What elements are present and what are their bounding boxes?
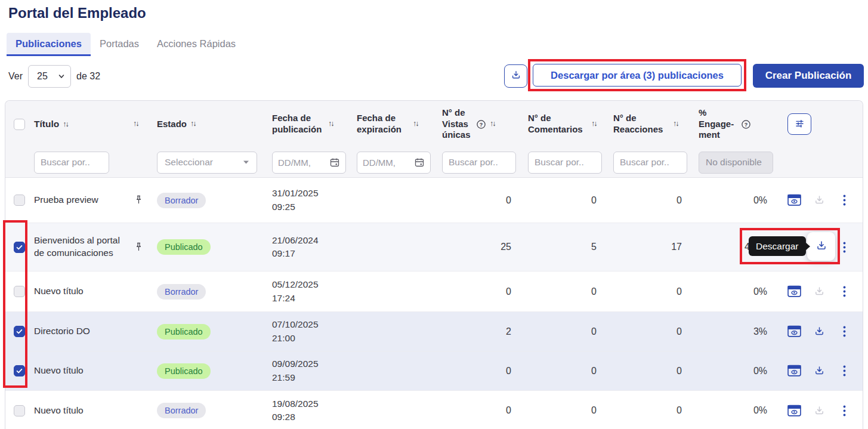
kebab-menu-icon[interactable] — [838, 240, 851, 254]
kebab-menu-icon[interactable] — [838, 193, 851, 207]
sort-comentarios-icon[interactable]: ↑↓ — [591, 119, 597, 129]
help-vistas-icon[interactable]: ? — [476, 119, 486, 129]
comments-value: 0 — [518, 195, 604, 206]
download-icon — [510, 69, 522, 83]
page-title: Portal del Empleado — [8, 5, 146, 21]
kebab-menu-icon[interactable] — [838, 364, 851, 378]
preview-icon[interactable] — [787, 404, 801, 418]
publish-date: 09/09/202521:59 — [263, 357, 348, 384]
row-checkbox[interactable] — [14, 242, 25, 253]
row-title: Bienvenidos al portal de comunicaciones — [29, 234, 131, 260]
row-checkbox[interactable] — [14, 365, 25, 376]
sort-titulo-icon[interactable]: ↑↓ — [63, 119, 68, 129]
page-size-select[interactable]: 25 — [28, 65, 71, 88]
column-settings-button[interactable] — [787, 113, 811, 135]
table-row: Bienvenidos al portal de comunicacionesP… — [5, 223, 863, 271]
date-placeholder: DD/MM, — [278, 158, 311, 168]
calendar-icon — [414, 157, 425, 168]
engagement-value: 0% — [689, 286, 774, 297]
preview-icon[interactable] — [787, 364, 801, 378]
publish-date: 31/01/202509:25 — [263, 187, 348, 214]
filter-estado-select[interactable]: Seleccionar — [157, 152, 257, 174]
table-body: Prueba previewBorrador31/01/202509:25000… — [5, 178, 863, 429]
portal-page: Portal del Empleado Publicaciones Portad… — [0, 0, 868, 429]
page-size-control: Ver 25 de 32 — [8, 64, 100, 88]
unique-views-value: 0 — [434, 405, 518, 416]
row-checkbox[interactable] — [14, 326, 25, 337]
row-title: Nuevo título — [29, 285, 131, 298]
status-badge: Borrador — [157, 193, 206, 208]
download-icon — [815, 239, 828, 254]
download-icon[interactable] — [813, 404, 826, 418]
col-comentarios-label: N° de Comentarios — [528, 113, 588, 135]
table-header: Título ↑↓ ↑↓ Estado ↑↓ Fecha de publicac… — [5, 101, 863, 178]
engagement-value: 3% — [689, 326, 774, 337]
calendar-icon — [329, 157, 340, 168]
comments-value: 0 — [518, 286, 604, 297]
filter-titulo-input[interactable] — [34, 152, 109, 174]
publish-date: 19/08/202509:28 — [263, 397, 348, 424]
tab-acciones-rapidas[interactable]: Acciones Rápidas — [148, 33, 245, 56]
table-row: Nuevo títuloBorrador19/08/202509:280000% — [5, 391, 863, 429]
preview-icon[interactable] — [787, 285, 801, 298]
download-tooltip-label: Descargar — [756, 241, 799, 252]
status-badge: Borrador — [157, 284, 206, 300]
kebab-menu-icon[interactable] — [838, 285, 851, 298]
filter-comentarios-input[interactable] — [528, 152, 602, 174]
row-checkbox[interactable] — [14, 286, 25, 297]
filter-fecha-publicacion-input[interactable]: DD/MM, — [272, 152, 346, 174]
publish-date: 05/12/202517:24 — [263, 278, 348, 305]
reactions-value: 0 — [604, 195, 689, 206]
tab-portadas[interactable]: Portadas — [91, 33, 148, 56]
unique-views-value: 2 — [434, 326, 518, 337]
preview-icon[interactable] — [787, 193, 801, 207]
engagement-disabled-label: No disponible — [706, 157, 762, 168]
row-download-hover-button[interactable] — [807, 232, 835, 261]
tooltip-arrow — [805, 242, 810, 251]
table-row: Directorio DOPublicado07/10/202521:00200… — [5, 312, 863, 351]
row-title: Nuevo título — [29, 405, 131, 417]
publications-table: Título ↑↓ ↑↓ Estado ↑↓ Fecha de publicac… — [5, 100, 863, 429]
unique-views-value: 0 — [434, 195, 518, 206]
create-publication-button[interactable]: Crear Publicación — [753, 64, 864, 88]
table-row: Nuevo títuloBorrador05/12/202517:240000% — [5, 271, 863, 312]
row-title: Prueba preview — [29, 194, 131, 206]
col-reacciones-label: N° de Reacciones — [613, 113, 669, 135]
filter-fecha-expiracion-input[interactable]: DD/MM, — [357, 152, 431, 174]
download-icon[interactable] — [813, 285, 826, 298]
sliders-icon — [794, 118, 805, 131]
select-all-checkbox[interactable] — [14, 119, 25, 130]
col-fecha-expiracion-label: Fecha de expiración — [357, 113, 409, 135]
filter-vistas-input[interactable] — [442, 152, 516, 174]
sort-reacciones-icon[interactable]: ↑↓ — [673, 119, 678, 129]
preview-icon[interactable] — [787, 325, 801, 338]
col-vistas-label: N° de Vistas únicas — [442, 107, 472, 141]
tab-publicaciones[interactable]: Publicaciones — [7, 33, 91, 56]
sort-fecha-publicacion-icon[interactable]: ↑↓ — [328, 119, 333, 129]
status-badge: Publicado — [157, 239, 211, 255]
filter-estado-placeholder: Seleccionar — [165, 157, 213, 168]
table-row: Nuevo títuloPublicado09/09/202521:590000… — [5, 351, 863, 391]
help-engagement-icon[interactable]: ? — [741, 119, 751, 129]
sort-pin-icon[interactable]: ↑↓ — [133, 119, 138, 129]
sort-estado-icon[interactable]: ↑↓ — [190, 119, 196, 129]
ver-label: Ver — [8, 71, 23, 82]
row-title: Nuevo título — [29, 365, 131, 377]
download-icon[interactable] — [813, 325, 826, 338]
download-tooltip: Descargar — [749, 236, 806, 256]
export-download-button[interactable] — [504, 64, 527, 88]
kebab-menu-icon[interactable] — [838, 404, 851, 418]
download-by-area-button[interactable]: Descargar por área (3) publicaciones — [533, 64, 742, 87]
row-checkbox[interactable] — [14, 405, 25, 416]
col-titulo-label: Título — [34, 118, 59, 131]
sort-vistas-icon[interactable]: ↑↓ — [490, 119, 495, 129]
row-checkbox[interactable] — [14, 195, 25, 206]
kebab-menu-icon[interactable] — [838, 325, 851, 338]
sort-fecha-expiracion-icon[interactable]: ↑↓ — [413, 119, 418, 129]
download-icon[interactable] — [813, 193, 826, 207]
col-estado-label: Estado — [157, 119, 187, 130]
filter-reacciones-input[interactable] — [613, 152, 687, 174]
download-icon[interactable] — [813, 364, 826, 378]
publish-date: 07/10/202521:00 — [263, 318, 348, 345]
reactions-value: 17 — [604, 242, 689, 252]
